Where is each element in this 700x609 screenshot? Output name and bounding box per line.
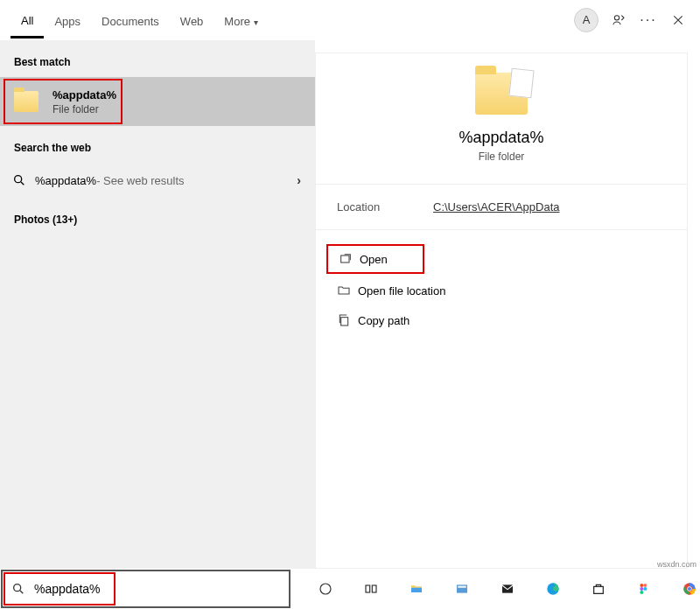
web-result-suffix: - See web results (96, 174, 184, 187)
location-label: Location (337, 200, 433, 214)
taskbar-search-box[interactable] (1, 570, 290, 608)
best-match-text: %appdata% File folder (52, 88, 116, 116)
web-result-term: %appdata% (35, 174, 96, 187)
preview-subtitle: File folder (479, 150, 525, 163)
edge-icon[interactable] (542, 578, 564, 599)
svg-rect-3 (341, 318, 348, 326)
location-path[interactable]: C:\Users\ACER\AppData (433, 200, 560, 214)
figma-icon[interactable] (634, 578, 654, 599)
feedback-icon[interactable] (604, 5, 634, 35)
preview-card: %appdata% File folder Location C:\Users\… (315, 52, 688, 569)
web-result-row[interactable]: %appdata% - See web results › (0, 163, 315, 198)
svg-point-12 (640, 584, 643, 587)
search-body: Best match %appdata% File folder Search … (0, 40, 700, 569)
svg-point-14 (640, 587, 643, 591)
preview-panel: %appdata% File folder Location C:\Users\… (315, 40, 700, 569)
close-icon[interactable] (663, 5, 693, 35)
svg-rect-8 (411, 588, 422, 592)
svg-point-13 (643, 584, 647, 587)
action-open[interactable]: Open (326, 244, 424, 274)
user-avatar[interactable]: A (574, 8, 598, 32)
svg-point-16 (640, 591, 643, 594)
search-icon (12, 173, 26, 187)
svg-point-0 (614, 15, 619, 19)
search-icon (11, 582, 25, 596)
tab-documents[interactable]: Documents (91, 3, 170, 37)
chrome-icon[interactable] (679, 578, 700, 599)
svg-point-19 (688, 587, 691, 591)
action-open-location-label: Open file location (358, 284, 445, 298)
copy-icon (337, 313, 358, 327)
results-panel: Best match %appdata% File folder Search … (0, 40, 315, 569)
svg-point-15 (643, 587, 647, 591)
store-icon[interactable] (588, 578, 609, 599)
mail-icon[interactable] (497, 578, 518, 599)
svg-rect-2 (341, 256, 349, 262)
best-match-header: Best match (0, 40, 315, 77)
chevron-down-icon: ▾ (254, 18, 258, 27)
preview-header: %appdata% File folder (316, 53, 687, 185)
folder-location-icon (337, 284, 358, 298)
svg-rect-7 (372, 585, 376, 592)
folder-icon (475, 73, 528, 115)
location-row: Location C:\Users\ACER\AppData (316, 185, 687, 230)
action-copy-path[interactable]: Copy path (326, 305, 676, 335)
best-match-subtitle: File folder (52, 103, 116, 116)
task-view-icon[interactable] (360, 578, 382, 599)
tab-more[interactable]: More▾ (214, 3, 269, 37)
svg-rect-6 (366, 585, 370, 592)
app-icon[interactable] (452, 578, 472, 599)
taskbar (0, 569, 700, 609)
photos-header[interactable]: Photos (13+) (0, 198, 315, 234)
more-options-icon[interactable]: ··· (634, 5, 663, 35)
watermark: wsxdn.com (657, 560, 696, 569)
best-match-result[interactable]: %appdata% File folder (0, 77, 315, 126)
action-copy-path-label: Copy path (358, 314, 410, 327)
tab-all[interactable]: All (10, 2, 44, 38)
search-web-header: Search the web (0, 126, 315, 163)
taskbar-icons (315, 578, 700, 599)
svg-point-4 (14, 584, 21, 592)
best-match-title: %appdata% (52, 88, 116, 102)
preview-actions: Open Open file location Copy path (316, 230, 687, 349)
action-open-label: Open (360, 253, 388, 266)
tab-web[interactable]: Web (170, 3, 214, 37)
chevron-right-icon: › (297, 173, 301, 187)
action-open-location[interactable]: Open file location (326, 276, 676, 305)
tab-apps[interactable]: Apps (44, 3, 91, 37)
search-input[interactable] (34, 582, 289, 596)
open-icon (339, 252, 360, 266)
svg-rect-10 (458, 586, 466, 588)
svg-point-5 (320, 584, 331, 594)
search-tabs: All Apps Documents Web More▾ A ··· (0, 0, 700, 40)
folder-icon (14, 91, 38, 112)
file-explorer-icon[interactable] (406, 578, 427, 599)
preview-title: %appdata% (458, 129, 543, 147)
svg-point-1 (15, 176, 22, 183)
cortana-icon[interactable] (315, 578, 336, 599)
